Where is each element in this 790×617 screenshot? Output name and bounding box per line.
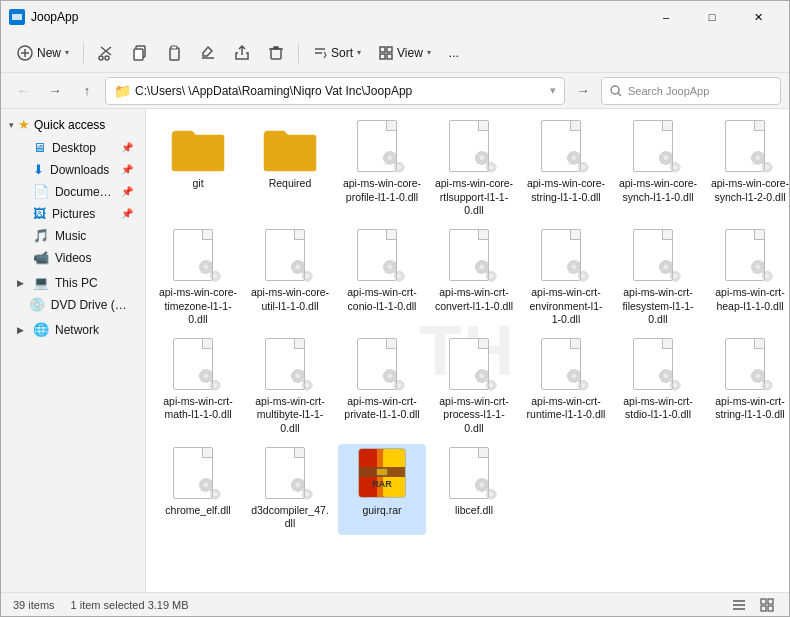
paste-button[interactable] bbox=[158, 37, 190, 69]
file-label-f11: api-ms-win-crt-environment-l1-1-0.dll bbox=[526, 286, 606, 327]
folder-icon-required bbox=[262, 121, 318, 177]
file-item-f13[interactable]: api-ms-win-crt-heap-l1-1-0.dll bbox=[706, 226, 789, 331]
sidebar-item-videos[interactable]: 📹 Videos bbox=[5, 247, 141, 268]
address-text: C:\Users\ \AppData\Roaming\Niqro Vat Inc… bbox=[135, 84, 412, 98]
dll-icon-f12 bbox=[630, 230, 686, 286]
file-item-f15[interactable]: api-ms-win-crt-math-l1-1-0.dll bbox=[154, 335, 242, 440]
file-item-f7[interactable]: api-ms-win-core-timezone-l1-1-0.dll bbox=[154, 226, 242, 331]
back-button[interactable]: ← bbox=[9, 77, 37, 105]
sidebar-item-pictures[interactable]: 🖼 Pictures 📌 bbox=[5, 203, 141, 224]
file-item-f3[interactable]: api-ms-win-core-string-l1-1-0.dll bbox=[522, 117, 610, 222]
file-item-f23[interactable]: chrome_elf.dll bbox=[154, 444, 242, 535]
close-button[interactable]: ✕ bbox=[735, 1, 781, 33]
grid-view-button[interactable] bbox=[757, 595, 777, 615]
forward-button[interactable]: → bbox=[41, 77, 69, 105]
file-item-f10[interactable]: api-ms-win-crt-convert-l1-1-0.dll bbox=[430, 226, 518, 331]
list-view-button[interactable] bbox=[729, 595, 749, 615]
svg-rect-337 bbox=[670, 384, 672, 386]
file-item-required[interactable]: Required bbox=[246, 117, 334, 222]
file-item-f18[interactable]: api-ms-win-crt-process-l1-1-0.dll bbox=[430, 335, 518, 440]
status-bar: 39 items 1 item selected 3.19 MB bbox=[1, 592, 789, 616]
svg-point-270 bbox=[305, 383, 309, 387]
sidebar-item-music[interactable]: 🎵 Music bbox=[5, 225, 141, 246]
file-item-f20[interactable]: api-ms-win-crt-stdio-l1-1-0.dll bbox=[614, 335, 702, 440]
more-button[interactable]: ... bbox=[441, 37, 467, 69]
file-item-git[interactable]: git bbox=[154, 117, 242, 222]
desktop-pin-icon: 📌 bbox=[121, 142, 133, 153]
svg-point-17 bbox=[611, 86, 619, 94]
quick-access-header[interactable]: ▾ ★ Quick access bbox=[1, 113, 145, 136]
file-item-f21[interactable]: api-ms-win-crt-string-l1-1-0.dll bbox=[706, 335, 789, 440]
svg-point-334 bbox=[673, 383, 677, 387]
svg-rect-412 bbox=[480, 478, 483, 481]
svg-rect-79 bbox=[674, 162, 676, 164]
up-button[interactable]: ↑ bbox=[73, 77, 101, 105]
svg-rect-295 bbox=[475, 374, 478, 377]
file-item-f11[interactable]: api-ms-win-crt-environment-l1-1-0.dll bbox=[522, 226, 610, 331]
dll-icon-f18 bbox=[446, 339, 502, 395]
file-item-f16[interactable]: api-ms-win-crt-multibyte-l1-1-0.dll bbox=[246, 335, 334, 440]
rename-button[interactable] bbox=[192, 37, 224, 69]
svg-rect-216 bbox=[762, 265, 765, 268]
cut-button[interactable] bbox=[90, 37, 122, 69]
svg-rect-224 bbox=[766, 279, 768, 281]
svg-rect-274 bbox=[310, 384, 312, 386]
dll-icon-f4 bbox=[630, 121, 686, 177]
file-item-f5[interactable]: api-ms-win-core-synch-l1-2-0.dll bbox=[706, 117, 789, 222]
view-button[interactable]: View ▾ bbox=[371, 37, 439, 69]
address-input[interactable]: 📁 C:\Users\ \AppData\Roaming\Niqro Vat I… bbox=[105, 77, 565, 105]
svg-rect-385 bbox=[210, 493, 212, 495]
sidebar-item-network[interactable]: ▶ 🌐 Network bbox=[5, 319, 141, 340]
svg-rect-392 bbox=[302, 483, 305, 486]
svg-rect-408 bbox=[377, 469, 387, 475]
svg-rect-213 bbox=[756, 260, 759, 263]
sidebar-network-label: Network bbox=[55, 323, 99, 337]
search-box[interactable]: Search JoopApp bbox=[601, 77, 781, 105]
folder-icon-git bbox=[170, 121, 226, 177]
downloads-icon: ⬇ bbox=[33, 162, 44, 177]
sidebar-item-dvd[interactable]: 💿 DVD Drive (D:) CCCC bbox=[5, 294, 141, 315]
svg-rect-194 bbox=[586, 275, 588, 277]
svg-rect-15 bbox=[380, 54, 385, 59]
file-item-f8[interactable]: api-ms-win-core-util-l1-1-0.dll bbox=[246, 226, 334, 331]
share-button[interactable] bbox=[226, 37, 258, 69]
file-item-f4[interactable]: api-ms-win-core-synch-l1-1-0.dll bbox=[614, 117, 702, 222]
file-item-f1[interactable]: api-ms-win-core-profile-l1-1-0.dll bbox=[338, 117, 426, 222]
dll-icon-f1 bbox=[354, 121, 410, 177]
minimize-button[interactable]: – bbox=[643, 1, 689, 33]
svg-rect-263 bbox=[291, 374, 294, 377]
file-item-f25[interactable]: RAR guirq.rar bbox=[338, 444, 426, 535]
file-label-f26: libcef.dll bbox=[455, 504, 493, 518]
sidebar-item-desktop[interactable]: 🖥 Desktop 📌 bbox=[5, 137, 141, 158]
file-item-f9[interactable]: api-ms-win-crt-conio-l1-1-0.dll bbox=[338, 226, 426, 331]
sidebar-item-documents[interactable]: 📄 Documents 📌 bbox=[5, 181, 141, 202]
new-button[interactable]: New ▾ bbox=[9, 37, 77, 69]
file-item-f17[interactable]: api-ms-win-crt-private-l1-1-0.dll bbox=[338, 335, 426, 440]
file-item-f2[interactable]: api-ms-win-core-rtlsupport-l1-1-0.dll bbox=[430, 117, 518, 222]
sort-button[interactable]: Sort ▾ bbox=[305, 37, 369, 69]
svg-rect-161 bbox=[394, 275, 396, 277]
sidebar-item-downloads[interactable]: ⬇ Downloads 📌 bbox=[5, 159, 141, 180]
delete-button[interactable] bbox=[260, 37, 292, 69]
sidebar-downloads-label: Downloads bbox=[50, 163, 109, 177]
this-pc-icon: 💻 bbox=[33, 275, 49, 290]
file-item-f19[interactable]: api-ms-win-crt-runtime-l1-1-0.dll bbox=[522, 335, 610, 440]
svg-point-350 bbox=[765, 383, 769, 387]
file-item-f26[interactable]: libcef.dll bbox=[430, 444, 518, 535]
file-label-f2: api-ms-win-core-rtlsupport-l1-1-0.dll bbox=[434, 177, 514, 218]
svg-rect-143 bbox=[306, 271, 308, 273]
file-item-f24[interactable]: d3dcompiler_47.dll bbox=[246, 444, 334, 535]
svg-rect-146 bbox=[310, 275, 312, 277]
file-label-f19: api-ms-win-crt-runtime-l1-1-0.dll bbox=[526, 395, 606, 422]
file-label-f24: d3dcompiler_47.dll bbox=[250, 504, 330, 531]
svg-rect-288 bbox=[398, 388, 400, 390]
sort-chevron: ▾ bbox=[357, 48, 361, 57]
copy-button[interactable] bbox=[124, 37, 156, 69]
sidebar-item-this-pc[interactable]: ▶ 💻 This PC bbox=[5, 272, 141, 293]
file-label-f21: api-ms-win-crt-string-l1-1-0.dll bbox=[710, 395, 789, 422]
svg-point-142 bbox=[305, 274, 309, 278]
pictures-pin-icon: 📌 bbox=[121, 208, 133, 219]
file-item-f12[interactable]: api-ms-win-crt-filesystem-l1-1-0.dll bbox=[614, 226, 702, 331]
refresh-button[interactable]: → bbox=[569, 77, 597, 105]
maximize-button[interactable]: □ bbox=[689, 1, 735, 33]
